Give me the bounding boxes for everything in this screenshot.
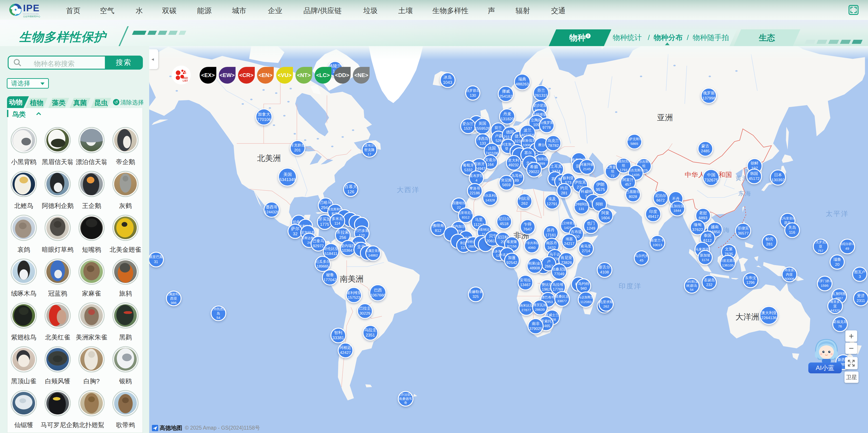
svg-text:LIST: LIST <box>183 79 188 82</box>
svg-text:RED: RED <box>183 76 188 79</box>
